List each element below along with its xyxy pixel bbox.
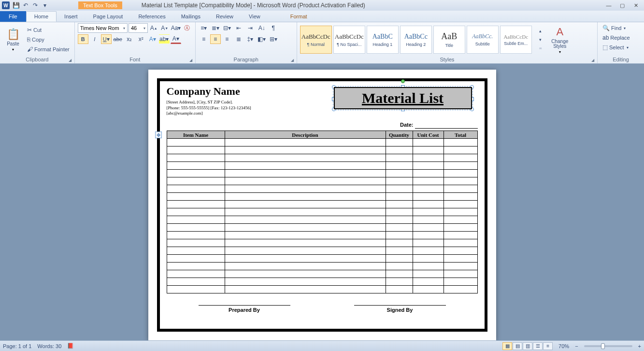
save-button[interactable]: 💾	[12, 1, 20, 10]
table-cell[interactable]	[444, 146, 477, 154]
table-cell[interactable]	[386, 154, 413, 162]
shading-button[interactable]: ◧▾	[257, 34, 267, 44]
table-cell[interactable]	[386, 146, 413, 154]
close-button[interactable]: ✕	[630, 1, 642, 9]
table-cell[interactable]	[167, 270, 225, 278]
table-cell[interactable]	[413, 247, 444, 255]
align-right-button[interactable]: ≡	[222, 34, 232, 44]
font-color-button[interactable]: A▾	[171, 34, 181, 44]
paragraph-launcher-icon[interactable]: ◢	[291, 58, 294, 62]
zoom-out-button[interactable]: −	[575, 343, 578, 349]
table-cell[interactable]	[444, 270, 477, 278]
table-cell[interactable]	[444, 193, 477, 201]
paste-button[interactable]: 📋 Paste ▾	[3, 24, 23, 56]
styles-launcher-icon[interactable]: ◢	[591, 58, 594, 62]
table-row[interactable]	[167, 146, 477, 154]
underline-button[interactable]: U▾	[101, 34, 112, 44]
table-cell[interactable]	[413, 185, 444, 193]
table-header[interactable]: Description	[225, 131, 386, 139]
table-cell[interactable]	[413, 216, 444, 224]
table-cell[interactable]	[225, 239, 386, 247]
borders-button[interactable]: ⊞▾	[268, 34, 279, 44]
table-cell[interactable]	[167, 139, 225, 146]
table-row[interactable]	[167, 224, 477, 232]
outline-view-button[interactable]: ☰	[533, 342, 543, 350]
title-textbox[interactable]: Material List	[328, 84, 478, 114]
highlight-button[interactable]: ab▾	[159, 34, 170, 44]
table-cell[interactable]	[167, 247, 225, 255]
table-cell[interactable]	[167, 263, 225, 270]
table-cell[interactable]	[225, 232, 386, 239]
table-cell[interactable]	[444, 216, 477, 224]
draft-view-button[interactable]: ≡	[543, 342, 553, 350]
format-painter-button[interactable]: 🖌Format Painter	[25, 44, 72, 54]
table-row[interactable]	[167, 255, 477, 263]
table-row[interactable]	[167, 177, 477, 185]
table-cell[interactable]	[413, 154, 444, 162]
table-cell[interactable]	[444, 154, 477, 162]
table-cell[interactable]	[413, 224, 444, 232]
superscript-button[interactable]: x²	[136, 34, 146, 44]
table-cell[interactable]	[386, 239, 413, 247]
justify-button[interactable]: ≣	[233, 34, 244, 44]
table-cell[interactable]	[413, 208, 444, 216]
table-cell[interactable]	[413, 263, 444, 270]
company-name[interactable]: Company Name	[167, 85, 328, 98]
table-cell[interactable]	[167, 286, 225, 293]
prepared-by-block[interactable]: Prepared By	[199, 305, 290, 313]
table-cell[interactable]	[225, 193, 386, 201]
style-item[interactable]: AaBbCHeading 1	[367, 26, 399, 54]
table-cell[interactable]	[167, 193, 225, 201]
table-cell[interactable]	[225, 139, 386, 146]
table-row[interactable]	[167, 270, 477, 278]
table-cell[interactable]	[413, 270, 444, 278]
table-cell[interactable]	[167, 201, 225, 208]
style-item[interactable]: AaBbCc.Subtitle	[467, 26, 499, 54]
table-row[interactable]	[167, 201, 477, 208]
minimize-button[interactable]: —	[602, 1, 615, 9]
table-cell[interactable]	[413, 255, 444, 263]
table-cell[interactable]	[413, 139, 444, 146]
change-case-button[interactable]: Aa▾	[171, 23, 181, 33]
table-cell[interactable]	[167, 239, 225, 247]
shrink-font-button[interactable]: A▼	[160, 23, 170, 33]
table-cell[interactable]	[413, 162, 444, 170]
find-button[interactable]: 🔍Find▾	[601, 23, 641, 33]
styles-more-up-icon[interactable]: ▴	[535, 27, 546, 35]
zoom-level[interactable]: 70%	[558, 343, 569, 349]
table-cell[interactable]	[386, 170, 413, 177]
date-row[interactable]: Date:	[167, 121, 478, 129]
table-cell[interactable]	[444, 208, 477, 216]
table-cell[interactable]	[225, 208, 386, 216]
zoom-slider[interactable]	[584, 345, 632, 347]
table-cell[interactable]	[413, 278, 444, 286]
table-row[interactable]	[167, 170, 477, 177]
tab-mailings[interactable]: Mailings	[173, 11, 208, 22]
table-cell[interactable]	[386, 224, 413, 232]
table-cell[interactable]	[225, 154, 386, 162]
table-cell[interactable]	[444, 278, 477, 286]
table-cell[interactable]	[444, 286, 477, 293]
style-item[interactable]: AaBbCcHeading 2	[400, 26, 432, 54]
sort-button[interactable]: A↓	[257, 23, 267, 33]
select-button[interactable]: ⬚Select▾	[601, 43, 641, 52]
grow-font-button[interactable]: A▲	[149, 23, 159, 33]
full-screen-view-button[interactable]: ▤	[513, 342, 522, 350]
table-cell[interactable]	[225, 278, 386, 286]
table-row[interactable]	[167, 208, 477, 216]
table-cell[interactable]	[444, 201, 477, 208]
table-cell[interactable]	[386, 278, 413, 286]
font-name-combo[interactable]: Times New Rom▾	[78, 23, 128, 33]
table-cell[interactable]	[167, 255, 225, 263]
styles-more-button[interactable]: ⎓	[535, 44, 546, 53]
zoom-in-button[interactable]: +	[638, 343, 641, 349]
company-email[interactable]: [abc@example.com]	[167, 111, 328, 117]
table-row[interactable]	[167, 154, 477, 162]
table-cell[interactable]	[225, 146, 386, 154]
table-cell[interactable]	[413, 193, 444, 201]
table-cell[interactable]	[386, 216, 413, 224]
table-cell[interactable]	[225, 263, 386, 270]
table-cell[interactable]	[386, 270, 413, 278]
decrease-indent-button[interactable]: ⇤	[233, 23, 244, 33]
table-cell[interactable]	[167, 154, 225, 162]
